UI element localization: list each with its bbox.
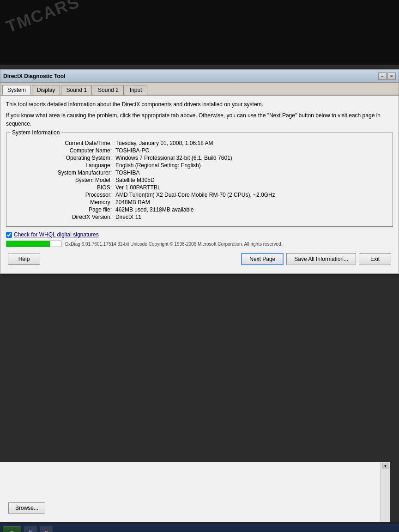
watermark-top: TMCARS [4,0,82,36]
model-value: Satellite M305D [114,176,387,184]
screen-area: DirectX Diagnostic Tool − ✕ System Displ… [0,65,399,462]
directx-value: DirectX 11 [114,213,387,221]
pagefile-value: 462MB used, 3118MB available [114,206,387,213]
partial-screen: Browse... ▼ [0,462,399,522]
next-page-button[interactable]: Next Page [241,253,284,265]
button-row: Help Next Page Save All Information... E… [6,250,393,269]
checkbox-label[interactable]: Check for WHQL digital signatures [14,231,99,238]
scroll-down-icon[interactable]: ▼ [382,463,389,469]
tab-system[interactable]: System [2,85,31,95]
tab-sound2[interactable]: Sound 2 [93,85,124,95]
table-row: Processor: AMD Turion(tm) X2 Dual-Core M… [12,191,387,199]
language-label: Language: [12,162,114,169]
save-all-button[interactable]: Save All Information... [286,253,356,265]
table-row: Current Date/Time: Tuesday, January 01, … [12,139,387,147]
close-button[interactable]: ✕ [387,73,396,80]
table-row: Memory: 2048MB RAM [12,199,387,206]
table-row: DirectX Version: DirectX 11 [12,213,387,221]
directx-dialog: DirectX Diagnostic Tool − ✕ System Displ… [0,69,399,274]
os-value: Windows 7 Professional 32-bit (6.1, Buil… [114,154,387,162]
table-row: Computer Name: TOSHIBA-PC [12,147,387,154]
tab-display[interactable]: Display [32,85,60,95]
bios-label: BIOS: [12,184,114,191]
checkbox-area: Check for WHQL digital signatures [6,231,393,238]
start-button[interactable]: ⊞ [3,526,21,532]
tab-sound1[interactable]: Sound 1 [61,85,92,95]
bios-value: Ver 1.00PARTTBL [114,184,387,191]
memory-label: Memory: [12,199,114,206]
table-row: System Manufacturer: TOSHIBA [12,169,387,176]
table-row: Operating System: Windows 7 Professional… [12,154,387,162]
taskbar: ⊞ 🖥 ✕ [0,524,399,532]
help-button[interactable]: Help [8,254,40,265]
exit-button[interactable]: Exit [359,253,391,265]
table-row: System Model: Satellite M305D [12,176,387,184]
taskbar-icon-2[interactable]: ✕ [40,526,53,532]
processor-value: AMD Turion(tm) X2 Dual-Core Mobile RM-70… [114,191,387,199]
table-row: Language: English (Regional Setting: Eng… [12,162,387,169]
table-row: BIOS: Ver 1.00PARTTBL [12,184,387,191]
progress-area: DxDiag 6.01.7601.17514 32-bit Unicode Co… [6,241,393,247]
intro-text-2: If you know what area is causing the pro… [6,111,393,128]
system-info-group: System Information Current Date/Time: Tu… [6,133,393,227]
title-bar-buttons: − ✕ [378,73,396,80]
manufacturer-label: System Manufacturer: [12,169,114,176]
table-row: Page file: 462MB used, 3118MB available [12,206,387,213]
title-bar: DirectX Diagnostic Tool − ✕ [0,70,399,83]
browse-button[interactable]: Browse... [8,502,45,514]
tab-bar: System Display Sound 1 Sound 2 Input [0,83,399,96]
whql-checkbox[interactable] [6,232,12,238]
processor-label: Processor: [12,191,114,199]
window-title: DirectX Diagnostic Tool [3,73,65,79]
date-value: Tuesday, January 01, 2008, 1:06:18 AM [114,139,387,147]
memory-value: 2048MB RAM [114,199,387,206]
system-info-table: Current Date/Time: Tuesday, January 01, … [12,139,387,221]
copyright-text: DxDiag 6.01.7601.17514 32-bit Unicode Co… [65,242,282,247]
computer-label: Computer Name: [12,147,114,154]
language-value: English (Regional Setting: English) [114,162,387,169]
group-title: System Information [10,129,61,136]
computer-value: TOSHIBA-PC [114,147,387,154]
pagefile-label: Page file: [12,206,114,213]
progress-bar [6,241,61,247]
tab-input[interactable]: Input [125,85,147,95]
intro-text-1: This tool reports detailed information a… [6,100,393,109]
os-label: Operating System: [12,154,114,162]
minimize-button[interactable]: − [378,73,387,80]
right-buttons: Next Page Save All Information... Exit [241,253,391,265]
directx-label: DirectX Version: [12,213,114,221]
laptop-bottom: Browse... ▼ ⊞ 🖥 ✕ TOSHIBA TMCARS [0,462,399,532]
date-label: Current Date/Time: [12,139,114,147]
model-label: System Model: [12,176,114,184]
taskbar-icon-1[interactable]: 🖥 [24,526,37,532]
progress-bar-fill [6,241,50,247]
manufacturer-value: TOSHIBA [114,169,387,176]
dialog-body: This tool reports detailed information a… [0,96,399,273]
